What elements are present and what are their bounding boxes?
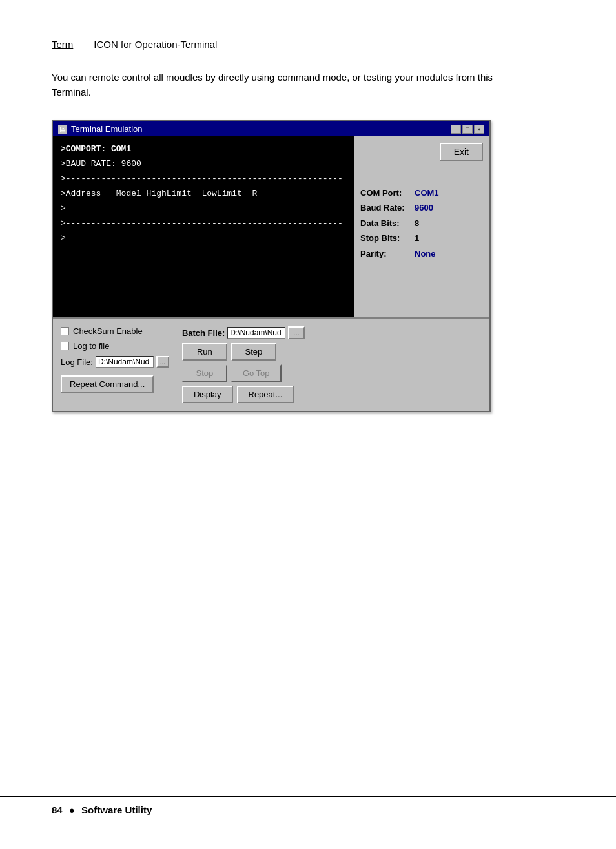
exit-button[interactable]: Exit xyxy=(440,143,483,161)
parity-value: None xyxy=(415,246,436,261)
log-file-browse-button[interactable]: ... xyxy=(156,356,169,368)
terminal-line-3: >---------------------------------------… xyxy=(61,174,346,183)
checksum-label: CheckSum Enable xyxy=(73,326,143,336)
terminal-line-6: >---------------------------------------… xyxy=(61,218,346,228)
right-controls: Batch File: ... Run Step Stop Go Top Dis… xyxy=(182,326,482,403)
right-panel: Exit COM Port: COM1 Baud Rate: 9600 Data… xyxy=(354,136,489,317)
footer-text: 84 ● Software Utility xyxy=(52,804,152,815)
repeat-command-button[interactable]: Repeat Command... xyxy=(61,375,154,393)
terminal-line-1: >COMPORT: COM1 xyxy=(61,144,346,154)
display-repeat-row: Display Repeat... xyxy=(182,386,482,403)
titlebar-left: 🖥 Terminal Emulation xyxy=(58,124,143,134)
maximize-button[interactable]: □ xyxy=(462,125,473,134)
display-button[interactable]: Display xyxy=(182,386,233,403)
terminal-body: >COMPORT: COM1 >BAUD_RATE: 9600 >-------… xyxy=(53,136,489,317)
term-label: Term xyxy=(52,39,73,50)
step-button[interactable]: Step xyxy=(231,343,276,361)
log-file-row: Log to file xyxy=(61,341,169,351)
data-bits-label: Data Bits: xyxy=(360,216,412,231)
left-controls: CheckSum Enable Log to file Log File: ..… xyxy=(61,326,169,393)
run-step-row: Run Step xyxy=(182,343,482,361)
log-file-input-row: Log File: ... xyxy=(61,356,169,368)
baud-rate-row: Baud Rate: 9600 xyxy=(360,200,483,215)
term-description: ICON for Operation-Terminal xyxy=(94,39,217,50)
batch-browse-button[interactable]: ... xyxy=(288,326,304,339)
log-file-label: Log File: xyxy=(61,357,93,367)
batch-file-input[interactable] xyxy=(227,327,285,339)
log-to-file-checkbox[interactable] xyxy=(61,342,69,350)
parity-row: Parity: None xyxy=(360,246,483,261)
terminal-line-2: >BAUD_RATE: 9600 xyxy=(61,159,346,169)
data-bits-row: Data Bits: 8 xyxy=(360,216,483,231)
terminal-window: 🖥 Terminal Emulation _ □ × >COMPORT: COM… xyxy=(52,120,491,412)
stop-gotop-row: Stop Go Top xyxy=(182,364,482,382)
titlebar-buttons[interactable]: _ □ × xyxy=(451,125,484,134)
terminal-screen[interactable]: >COMPORT: COM1 >BAUD_RATE: 9600 >-------… xyxy=(53,136,354,317)
terminal-line-4: >Address Model HighLimit LowLimit R xyxy=(61,189,346,198)
log-file-input[interactable] xyxy=(96,356,154,368)
com-port-label: COM Port: xyxy=(360,185,412,200)
checksum-checkbox[interactable] xyxy=(61,327,69,335)
log-to-file-label: Log to file xyxy=(73,341,109,351)
close-button[interactable]: × xyxy=(474,125,484,134)
minimize-button[interactable]: _ xyxy=(451,125,461,134)
parity-label: Parity: xyxy=(360,246,412,261)
description-text: You can remote control all moudles by di… xyxy=(52,70,504,100)
terminal-line-5: > xyxy=(61,204,346,213)
terminal-title: Terminal Emulation xyxy=(71,124,143,134)
bottom-panel: CheckSum Enable Log to file Log File: ..… xyxy=(53,317,489,411)
data-bits-value: 8 xyxy=(415,216,419,231)
terminal-titlebar: 🖥 Terminal Emulation _ □ × xyxy=(53,121,489,136)
stop-button[interactable]: Stop xyxy=(182,364,227,382)
batch-file-label: Batch File: xyxy=(182,328,225,338)
com-port-row: COM Port: COM1 xyxy=(360,185,483,200)
com-info: COM Port: COM1 Baud Rate: 9600 Data Bits… xyxy=(360,185,483,261)
com-port-value: COM1 xyxy=(415,185,439,200)
terminal-icon: 🖥 xyxy=(58,125,67,134)
run-button[interactable]: Run xyxy=(182,343,227,361)
baud-rate-value: 9600 xyxy=(415,200,433,215)
repeat-button[interactable]: Repeat... xyxy=(237,386,294,403)
terminal-line-7: > xyxy=(61,233,346,243)
checksum-row: CheckSum Enable xyxy=(61,326,169,336)
footer: 84 ● Software Utility xyxy=(0,796,616,823)
stop-bits-value: 1 xyxy=(415,231,419,246)
footer-bullet: ● xyxy=(69,804,75,815)
baud-rate-label: Baud Rate: xyxy=(360,200,412,215)
section-title: Software Utility xyxy=(81,804,152,815)
batch-file-row: Batch File: ... xyxy=(182,326,482,339)
page-number: 84 xyxy=(52,804,63,815)
stop-bits-label: Stop Bits: xyxy=(360,231,412,246)
go-top-button[interactable]: Go Top xyxy=(231,364,282,382)
stop-bits-row: Stop Bits: 1 xyxy=(360,231,483,246)
term-row: Term ICON for Operation-Terminal xyxy=(52,39,564,50)
